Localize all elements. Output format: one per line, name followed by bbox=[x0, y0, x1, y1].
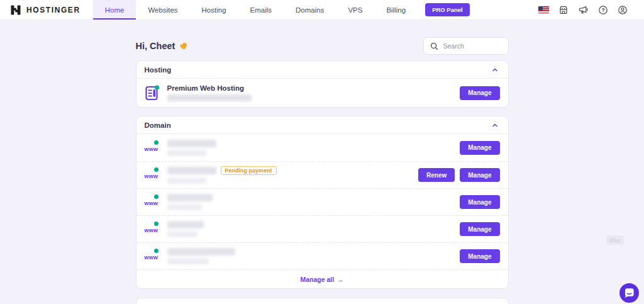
active-status-dot bbox=[154, 249, 158, 253]
greeting-row: Hi, Cheet bbox=[136, 37, 509, 55]
domain-manage-button[interactable]: Manage bbox=[460, 195, 499, 209]
domain-renew-button[interactable]: Renew bbox=[418, 168, 455, 182]
hosting-plan-name: Premium Web Hosting bbox=[167, 84, 252, 92]
blurred-domain-name: Pending payment bbox=[167, 166, 277, 184]
brand-name: HOSTINGER bbox=[26, 6, 80, 14]
navbar-right-icons: ? bbox=[538, 0, 644, 20]
main-content: Hi, Cheet bbox=[136, 20, 509, 304]
domain-collapse-button[interactable] bbox=[490, 120, 500, 130]
top-navbar: HOSTINGER Home Websites Hosting Emails D… bbox=[0, 0, 644, 20]
www-domain-icon: www bbox=[145, 196, 160, 208]
store-icon[interactable] bbox=[558, 5, 569, 15]
domain-card-header: Domain bbox=[136, 116, 508, 134]
hostinger-logo-icon bbox=[10, 4, 21, 16]
pending-payment-badge: Pending payment bbox=[221, 166, 277, 175]
main-nav: Home Websites Hosting Emails Domains VPS… bbox=[93, 0, 418, 20]
nav-item-websites[interactable]: Websites bbox=[136, 0, 189, 20]
wave-hand-emoji bbox=[179, 42, 188, 50]
active-status-dot bbox=[154, 167, 158, 172]
search-icon bbox=[430, 42, 438, 50]
hostinger-logo[interactable]: HOSTINGER bbox=[0, 0, 93, 20]
live-chat-button[interactable] bbox=[619, 283, 639, 303]
hosting-plan-row: Premium Web Hosting Manage bbox=[136, 79, 508, 107]
nav-item-domains[interactable]: Domains bbox=[284, 0, 336, 20]
blur-extension-badge: Blur bbox=[606, 235, 624, 245]
domain-manage-button[interactable]: Manage bbox=[460, 168, 499, 182]
domain-row: www Manage bbox=[136, 134, 508, 161]
page-title: Hi, Cheet bbox=[136, 41, 189, 51]
next-card-partial bbox=[136, 298, 509, 304]
hosting-manage-button[interactable]: Manage bbox=[460, 86, 499, 100]
greeting-text: Hi, Cheet bbox=[136, 41, 175, 51]
domain-row: www Manage bbox=[136, 242, 508, 269]
hosting-plan-info: Premium Web Hosting bbox=[167, 84, 252, 101]
domain-card: Domain www Manage www bbox=[136, 116, 509, 289]
blurred-domain-name bbox=[167, 194, 213, 210]
domain-manage-button[interactable]: Manage bbox=[460, 249, 499, 263]
www-domain-icon: www bbox=[145, 223, 160, 235]
domain-row: www Manage bbox=[136, 215, 508, 242]
blurred-hosting-domain bbox=[167, 94, 252, 101]
domain-manage-button[interactable]: Manage bbox=[460, 141, 499, 155]
search-box bbox=[423, 37, 509, 55]
active-status-dot bbox=[154, 140, 158, 145]
account-icon[interactable] bbox=[618, 5, 628, 15]
manage-all-link[interactable]: Manage all → bbox=[300, 276, 343, 283]
language-flag-icon[interactable] bbox=[538, 6, 549, 13]
www-domain-icon: www bbox=[145, 169, 160, 181]
chevron-up-icon bbox=[491, 66, 499, 74]
blurred-domain-name bbox=[167, 221, 204, 237]
chat-icon bbox=[619, 283, 639, 303]
domain-manage-button[interactable]: Manage bbox=[460, 222, 499, 236]
www-domain-icon: www bbox=[145, 251, 160, 262]
active-status-dot bbox=[154, 222, 158, 226]
nav-item-home[interactable]: Home bbox=[93, 0, 136, 20]
hosting-card: Hosting Premium Web Hosting Manage bbox=[136, 60, 509, 108]
hosting-card-title: Hosting bbox=[145, 66, 172, 74]
nav-item-emails[interactable]: Emails bbox=[238, 0, 284, 20]
megaphone-icon[interactable] bbox=[578, 5, 589, 15]
arrow-right-icon: → bbox=[337, 276, 344, 283]
domain-card-footer: Manage all → bbox=[136, 269, 508, 288]
search-input[interactable] bbox=[443, 42, 502, 50]
nav-item-vps[interactable]: VPS bbox=[336, 0, 374, 20]
svg-text:?: ? bbox=[601, 7, 604, 13]
pro-panel-button[interactable]: PRO Panel bbox=[425, 3, 470, 16]
domain-row: www Pending payment Renew Manage bbox=[136, 161, 508, 188]
www-domain-icon: www bbox=[145, 142, 160, 154]
blurred-domain-name bbox=[167, 140, 216, 156]
blurred-domain-name bbox=[167, 248, 235, 264]
nav-item-billing[interactable]: Billing bbox=[374, 0, 418, 20]
domain-card-title: Domain bbox=[145, 121, 171, 129]
server-icon bbox=[145, 84, 160, 101]
domain-row: www Manage bbox=[136, 188, 508, 215]
active-status-dot bbox=[154, 194, 158, 199]
hosting-collapse-button[interactable] bbox=[490, 65, 500, 75]
hosting-card-header: Hosting bbox=[136, 61, 508, 79]
chevron-up-icon bbox=[491, 121, 499, 129]
help-icon[interactable]: ? bbox=[598, 5, 608, 15]
nav-item-hosting[interactable]: Hosting bbox=[190, 0, 238, 20]
